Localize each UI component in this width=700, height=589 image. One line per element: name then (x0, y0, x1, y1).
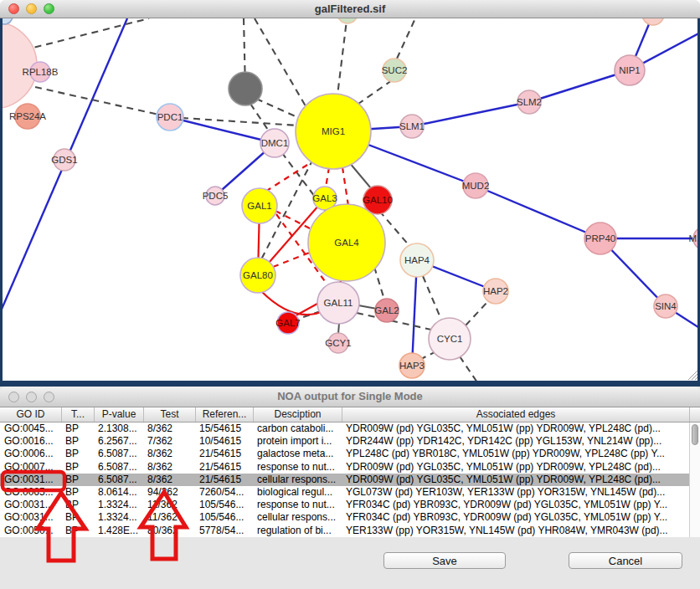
table-row[interactable]: GO:0016...BP6.2567...7/36210/54615protei… (0, 435, 689, 448)
table-cell: response to nut... (253, 499, 342, 511)
node-label-RPS24A: RPS24A (9, 111, 46, 121)
noa-titlebar: NOA output for Single Mode (0, 387, 700, 407)
node-label-MUD2: MUD2 (462, 181, 490, 191)
table-cell: 8/362 (143, 448, 195, 460)
table-row[interactable]: GO:0006...BP6.5087...8/36221/54615galact… (0, 448, 689, 460)
table-cell: GO:0031... (0, 474, 61, 486)
table-cell: 7/362 (143, 435, 195, 448)
table-cell: regulation of bi... (253, 525, 342, 537)
network-edge-dash (23, 18, 149, 50)
cancel-button[interactable]: Cancel (569, 552, 682, 569)
node-label-MIG1: MIG1 (322, 126, 345, 136)
vertical-scrollbar[interactable] (689, 423, 700, 537)
network-edge-reddash (273, 252, 311, 267)
network-edge-dash (423, 276, 441, 320)
column-header-desciption[interactable]: Desciption (253, 407, 342, 422)
table-cell: 5778/54... (195, 525, 253, 537)
table-cell: BP (61, 448, 94, 460)
node-top-cut-pink[interactable] (642, 18, 664, 25)
network-canvas[interactable]: RPL18BRPS24AGDS1PDC1DMC1MIG1SUC2SLM1SLM2… (0, 18, 700, 381)
node-label-GAL4: GAL4 (334, 238, 359, 248)
network-edge-dash (397, 18, 415, 59)
table-cell: YGL073W (pd) YER103W, YER133W (pp) YOR31… (342, 486, 689, 499)
column-header-associated-edges[interactable]: Associated edges (342, 407, 689, 422)
network-edge-blue (412, 102, 529, 126)
node-label-SLM1: SLM1 (399, 121, 425, 131)
table-cell: 21/54615 (195, 474, 253, 486)
table-cell: 8.0614... (94, 486, 143, 499)
table-cell: BP (61, 461, 94, 474)
node-label-SIN4: SIN4 (655, 301, 677, 311)
table-cell: YDR244W (pp) YDR142C, YDR142C (pp) YGL15… (342, 435, 689, 448)
column-header-test[interactable]: Test (143, 407, 195, 422)
network-edge-red (261, 291, 325, 315)
node-top-cut-green[interactable] (337, 18, 358, 23)
table-cell: 10/54615 (195, 435, 253, 448)
node-label-GAL2: GAL2 (374, 305, 399, 315)
network-edge-dash (250, 104, 270, 132)
node-label-DMC1: DMC1 (261, 138, 289, 148)
table-row[interactable]: GO:0031...BP1.3324...11/362105/546...res… (0, 499, 689, 511)
node-dark-node[interactable] (229, 72, 262, 105)
column-header-t-[interactable]: T... (61, 407, 94, 422)
table-cell: YDR009W (pd) YGL035C, YML051W (pp) YDR00… (342, 461, 689, 474)
node-label-PDC1: PDC1 (157, 112, 183, 122)
table-row[interactable]: GO:0045...BP2.1308...8/36215/54615carbon… (0, 423, 689, 435)
table-row[interactable]: GO:0031...BP6.5087...8/36221/54615cellul… (0, 474, 689, 486)
table-cell: 6.5087... (94, 474, 143, 486)
node-label-PDC5: PDC5 (203, 191, 229, 201)
network-edge-dash (255, 18, 308, 110)
column-header-referen-[interactable]: Referen... (195, 407, 253, 422)
node-label-HAP4: HAP4 (404, 255, 430, 265)
table-cell: 1.3324... (94, 499, 143, 511)
node-label-GAL10: GAL10 (363, 195, 393, 205)
table-cell: YER133W (pp) YOR315W, YNL145W (pd) YHR08… (342, 525, 689, 537)
window-title: galFiltered.sif (0, 0, 700, 18)
table-cell: 94/362 (143, 486, 195, 499)
table-cell: cellular respons... (253, 511, 342, 524)
table-cell: 2.1308... (94, 423, 143, 435)
table-cell: 21/54615 (195, 448, 253, 460)
table-cell: BP (61, 474, 94, 486)
network-edge-reddash (342, 167, 348, 206)
table-cell: YFR034C (pd) YBR093C, YDR009W (pd) YGL03… (342, 499, 689, 511)
node-label-PRP40: PRP40 (585, 233, 615, 243)
table-cell: YPL248C (pd) YBR018C, YML051W (pp) YDR00… (342, 448, 689, 460)
table-cell: GO:0016... (0, 435, 61, 448)
table-cell: 15/54615 (195, 423, 253, 435)
table-cell: biological regul... (253, 486, 342, 499)
table-cell: 105/546... (195, 511, 253, 524)
column-header-p-value[interactable]: P-value (94, 407, 143, 422)
window-title: NOA output for Single Mode (0, 387, 700, 407)
network-titlebar: galFiltered.sif (0, 0, 700, 18)
network-edge-blue (476, 186, 600, 238)
table-row[interactable]: GO:0031...BP1.3324...11/362105/546...cel… (0, 511, 689, 524)
table-cell: protein import i... (253, 435, 342, 448)
table-cell: YFR034C (pd) YBR093C, YDR009W (pd) YGL03… (342, 511, 689, 524)
save-button[interactable]: Save (383, 552, 506, 569)
node-label-GAL1: GAL1 (247, 201, 271, 211)
table-cell: GO:0031... (0, 511, 61, 524)
table-cell: 1.3324... (94, 511, 143, 524)
table-row[interactable]: GO:0065...BP8.0614...94/3627260/54...bio… (0, 486, 689, 499)
network-view-border (0, 18, 3, 387)
table-cell: 7260/54... (195, 486, 253, 499)
table-cell: YDR009W (pd) YGL035C, YML051W (pp) YDR00… (342, 474, 689, 486)
noa-output-window: NOA output for Single Mode GO IDT...P-va… (0, 387, 700, 589)
table-cell: cellular respons... (253, 474, 342, 486)
node-big-left[interactable] (0, 22, 37, 109)
node-label-NIP1: NIP1 (619, 65, 641, 75)
node-label-RPL18B: RPL18B (23, 67, 59, 77)
table-row[interactable]: GO:0050...BP1.428E...80/3625778/54...reg… (0, 525, 689, 537)
scrollbar-thumb[interactable] (692, 424, 698, 445)
node-label-HAP2: HAP2 (483, 286, 508, 296)
table-cell: BP (61, 511, 94, 524)
table-row[interactable]: GO:0007...BP6.5087...8/36221/54615respon… (0, 461, 689, 474)
table-cell: BP (61, 423, 94, 435)
network-edge-dash (374, 267, 384, 300)
network-edge-dash (358, 80, 392, 104)
column-header-go-id[interactable]: GO ID (0, 407, 61, 422)
network-edge-reddash (326, 167, 329, 187)
table-cell: GO:0007... (0, 461, 61, 474)
table-cell: GO:0045... (0, 423, 61, 435)
